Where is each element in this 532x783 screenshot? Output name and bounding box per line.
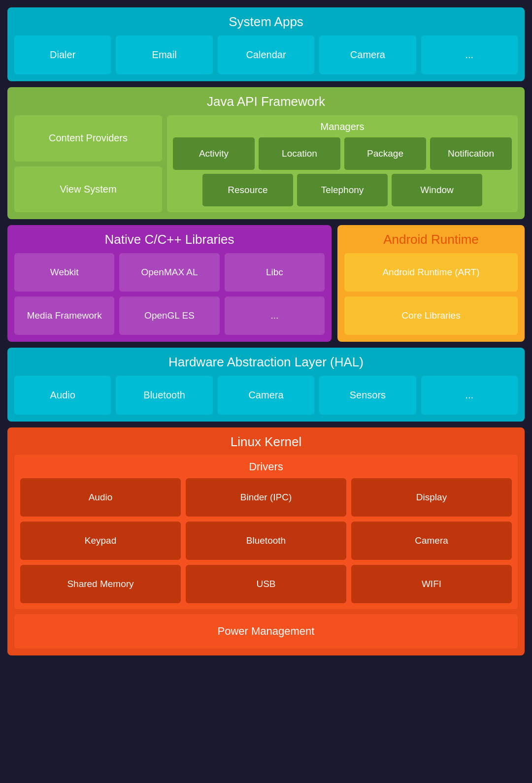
hal-audio: Audio [14, 376, 111, 415]
managers-row1: Activity Location Package Notification [173, 137, 512, 170]
hal-bluetooth: Bluetooth [116, 376, 212, 415]
native-libs-title: Native C/C++ Libraries [14, 232, 325, 247]
power-management: Power Management [14, 614, 518, 649]
android-runtime-title: Android Runtime [344, 232, 518, 247]
hal-title: Hardware Abstraction Layer (HAL) [14, 355, 518, 370]
java-api-left: Content Providers View System [14, 115, 162, 212]
driver-camera: Camera [351, 522, 512, 560]
driver-binder: Binder (IPC) [186, 478, 346, 517]
hal-camera: Camera [218, 376, 314, 415]
native-webkit: Webkit [14, 253, 114, 292]
linux-title: Linux Kernel [14, 434, 518, 450]
driver-usb: USB [186, 565, 346, 603]
app-dialer: Dialer [14, 35, 111, 74]
system-apps-layer: System Apps Dialer Email Calendar Camera… [7, 7, 525, 81]
system-apps-title: System Apps [14, 14, 518, 30]
hal-grid: Audio Bluetooth Camera Sensors ... [14, 376, 518, 415]
linux-kernel-layer: Linux Kernel Drivers Audio Binder (IPC) … [7, 427, 525, 655]
manager-activity: Activity [173, 137, 255, 170]
runtime-grid: Android Runtime (ART) Core Libraries [344, 253, 518, 335]
java-api-inner: Content Providers View System Managers A… [14, 115, 518, 212]
manager-telephony: Telephony [297, 174, 388, 206]
manager-window: Window [392, 174, 482, 206]
drivers-grid: Audio Binder (IPC) Display Keypad Blueto… [20, 478, 512, 603]
driver-display: Display [351, 478, 512, 517]
native-openmax: OpenMAX AL [119, 253, 219, 292]
native-opengl: OpenGL ES [119, 296, 219, 335]
app-camera: Camera [319, 35, 416, 74]
driver-keypad: Keypad [20, 522, 181, 560]
runtime-art: Android Runtime (ART) [344, 253, 518, 292]
hal-layer: Hardware Abstraction Layer (HAL) Audio B… [7, 348, 525, 422]
view-system-cell: View System [14, 166, 162, 213]
content-providers-cell: Content Providers [14, 115, 162, 162]
app-email: Email [116, 35, 212, 74]
app-more: ... [421, 35, 518, 74]
hal-more: ... [421, 376, 518, 415]
native-more: ... [225, 296, 325, 335]
android-runtime-layer: Android Runtime Android Runtime (ART) Co… [337, 225, 525, 342]
native-libs-layer: Native C/C++ Libraries Webkit OpenMAX AL… [7, 225, 332, 342]
managers-title: Managers [173, 121, 512, 132]
native-libc: Libc [225, 253, 325, 292]
java-api-layer: Java API Framework Content Providers Vie… [7, 87, 525, 219]
app-calendar: Calendar [218, 35, 314, 74]
system-apps-grid: Dialer Email Calendar Camera ... [14, 35, 518, 74]
native-runtime-row: Native C/C++ Libraries Webkit OpenMAX AL… [7, 225, 525, 342]
native-grid: Webkit OpenMAX AL Libc Media Framework O… [14, 253, 325, 335]
manager-package: Package [344, 137, 426, 170]
java-api-title: Java API Framework [14, 94, 518, 109]
manager-resource: Resource [202, 174, 293, 206]
manager-notification: Notification [430, 137, 512, 170]
managers-row2: Resource Telephony Window [173, 174, 512, 206]
drivers-title: Drivers [20, 460, 512, 473]
runtime-core-libs: Core Libraries [344, 296, 518, 335]
manager-location: Location [259, 137, 340, 170]
native-media: Media Framework [14, 296, 114, 335]
driver-wifi: WIFI [351, 565, 512, 603]
driver-shared-memory: Shared Memory [20, 565, 181, 603]
drivers-box: Drivers Audio Binder (IPC) Display Keypa… [14, 455, 518, 609]
hal-sensors: Sensors [319, 376, 416, 415]
driver-audio: Audio [20, 478, 181, 517]
managers-box: Managers Activity Location Package Notif… [167, 115, 518, 212]
driver-bluetooth: Bluetooth [186, 522, 346, 560]
